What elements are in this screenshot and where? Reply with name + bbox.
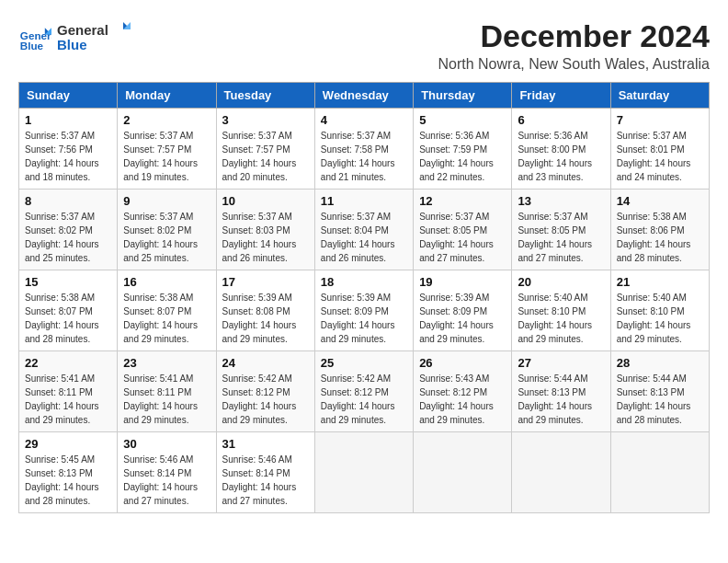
day-info: Sunrise: 5:37 AMSunset: 8:05 PMDaylight:… [419,210,506,265]
weekday-header-saturday: Saturday [610,83,709,109]
calendar-cell: 15Sunrise: 5:38 AMSunset: 8:07 PMDayligh… [19,270,118,351]
calendar-cell: 7Sunrise: 5:37 AMSunset: 8:01 PMDaylight… [610,109,709,190]
calendar-cell [610,432,709,513]
calendar-cell: 23Sunrise: 5:41 AMSunset: 8:11 PMDayligh… [118,351,216,432]
weekday-header-row: SundayMondayTuesdayWednesdayThursdayFrid… [19,83,710,109]
calendar-week-row: 29Sunrise: 5:45 AMSunset: 8:13 PMDayligh… [19,432,710,513]
day-number: 5 [419,113,506,127]
calendar-cell: 12Sunrise: 5:37 AMSunset: 8:05 PMDayligh… [414,190,512,270]
weekday-header-tuesday: Tuesday [216,83,314,109]
day-info: Sunrise: 5:42 AMSunset: 8:12 PMDaylight:… [321,372,407,427]
day-info: Sunrise: 5:36 AMSunset: 7:59 PMDaylight:… [419,129,506,184]
day-number: 22 [25,356,111,370]
svg-text:Blue: Blue [57,37,87,52]
calendar-cell: 21Sunrise: 5:40 AMSunset: 8:10 PMDayligh… [610,270,709,351]
day-info: Sunrise: 5:44 AMSunset: 8:13 PMDaylight:… [518,372,604,427]
day-number: 9 [123,194,210,208]
calendar-week-row: 8Sunrise: 5:37 AMSunset: 8:02 PMDaylight… [19,190,710,270]
calendar-week-row: 15Sunrise: 5:38 AMSunset: 8:07 PMDayligh… [19,270,710,351]
day-number: 17 [222,275,309,289]
calendar-cell: 13Sunrise: 5:37 AMSunset: 8:05 PMDayligh… [512,190,610,270]
day-info: Sunrise: 5:40 AMSunset: 8:10 PMDaylight:… [617,291,703,346]
calendar-cell [414,432,512,513]
calendar-cell: 6Sunrise: 5:36 AMSunset: 8:00 PMDaylight… [512,109,610,190]
day-info: Sunrise: 5:40 AMSunset: 8:10 PMDaylight:… [518,291,604,346]
day-number: 7 [617,113,703,127]
calendar-cell: 16Sunrise: 5:38 AMSunset: 8:07 PMDayligh… [118,270,216,351]
day-info: Sunrise: 5:37 AMSunset: 8:01 PMDaylight:… [617,129,703,184]
day-number: 14 [617,194,703,208]
location-title: North Nowra, New South Wales, Australia [438,56,710,73]
calendar-cell: 24Sunrise: 5:42 AMSunset: 8:12 PMDayligh… [216,351,314,432]
svg-text:General: General [57,22,108,38]
weekday-header-sunday: Sunday [19,83,118,109]
day-info: Sunrise: 5:39 AMSunset: 8:08 PMDaylight:… [222,291,309,346]
calendar-cell: 31Sunrise: 5:46 AMSunset: 8:14 PMDayligh… [216,432,314,513]
calendar-week-row: 22Sunrise: 5:41 AMSunset: 8:11 PMDayligh… [19,351,710,432]
calendar-cell: 14Sunrise: 5:38 AMSunset: 8:06 PMDayligh… [610,190,709,270]
day-info: Sunrise: 5:37 AMSunset: 8:05 PMDaylight:… [518,210,604,265]
day-info: Sunrise: 5:37 AMSunset: 8:02 PMDaylight:… [123,210,210,265]
calendar-cell: 30Sunrise: 5:46 AMSunset: 8:14 PMDayligh… [118,432,216,513]
day-number: 31 [222,437,309,451]
logo-wordmark: General Blue [57,18,131,57]
day-info: Sunrise: 5:37 AMSunset: 8:04 PMDaylight:… [321,210,407,265]
calendar-cell: 26Sunrise: 5:43 AMSunset: 8:12 PMDayligh… [414,351,512,432]
day-number: 15 [25,275,111,289]
calendar-cell: 19Sunrise: 5:39 AMSunset: 8:09 PMDayligh… [414,270,512,351]
day-info: Sunrise: 5:39 AMSunset: 8:09 PMDaylight:… [419,291,506,346]
calendar-cell: 29Sunrise: 5:45 AMSunset: 8:13 PMDayligh… [19,432,118,513]
calendar-cell: 18Sunrise: 5:39 AMSunset: 8:09 PMDayligh… [314,270,413,351]
day-info: Sunrise: 5:38 AMSunset: 8:07 PMDaylight:… [123,291,210,346]
day-info: Sunrise: 5:44 AMSunset: 8:13 PMDaylight:… [617,372,703,427]
day-number: 27 [518,356,604,370]
svg-text:Blue: Blue [20,40,44,52]
title-section: December 2024 North Nowra, New South Wal… [438,18,710,73]
calendar-table: SundayMondayTuesdayWednesdayThursdayFrid… [18,82,710,513]
calendar-cell [314,432,413,513]
day-number: 10 [222,194,309,208]
calendar-cell [512,432,610,513]
day-number: 25 [321,356,407,370]
calendar-cell: 1Sunrise: 5:37 AMSunset: 7:56 PMDaylight… [19,109,118,190]
day-number: 19 [419,275,506,289]
day-info: Sunrise: 5:37 AMSunset: 8:03 PMDaylight:… [222,210,309,265]
weekday-header-monday: Monday [118,83,216,109]
day-info: Sunrise: 5:42 AMSunset: 8:12 PMDaylight:… [222,372,309,427]
page-header: General Blue General Blue December 2024 … [18,18,710,73]
day-number: 8 [25,194,111,208]
day-number: 23 [123,356,210,370]
day-number: 11 [321,194,407,208]
calendar-cell: 9Sunrise: 5:37 AMSunset: 8:02 PMDaylight… [118,190,216,270]
day-info: Sunrise: 5:37 AMSunset: 7:57 PMDaylight:… [222,129,309,184]
calendar-cell: 25Sunrise: 5:42 AMSunset: 8:12 PMDayligh… [314,351,413,432]
day-number: 2 [123,113,210,127]
day-info: Sunrise: 5:36 AMSunset: 8:00 PMDaylight:… [518,129,604,184]
calendar-cell: 4Sunrise: 5:37 AMSunset: 7:58 PMDaylight… [314,109,413,190]
day-info: Sunrise: 5:37 AMSunset: 7:56 PMDaylight:… [25,129,111,184]
calendar-week-row: 1Sunrise: 5:37 AMSunset: 7:56 PMDaylight… [19,109,710,190]
logo-icon: General Blue [18,21,51,54]
day-number: 20 [518,275,604,289]
day-number: 21 [617,275,703,289]
day-number: 26 [419,356,506,370]
day-info: Sunrise: 5:45 AMSunset: 8:13 PMDaylight:… [25,453,111,508]
day-number: 24 [222,356,309,370]
calendar-cell: 22Sunrise: 5:41 AMSunset: 8:11 PMDayligh… [19,351,118,432]
calendar-cell: 2Sunrise: 5:37 AMSunset: 7:57 PMDaylight… [118,109,216,190]
day-number: 3 [222,113,309,127]
weekday-header-friday: Friday [512,83,610,109]
day-number: 29 [25,437,111,451]
month-title: December 2024 [438,18,710,54]
day-info: Sunrise: 5:43 AMSunset: 8:12 PMDaylight:… [419,372,506,427]
day-info: Sunrise: 5:39 AMSunset: 8:09 PMDaylight:… [321,291,407,346]
calendar-cell: 3Sunrise: 5:37 AMSunset: 7:57 PMDaylight… [216,109,314,190]
day-info: Sunrise: 5:37 AMSunset: 7:57 PMDaylight:… [123,129,210,184]
day-info: Sunrise: 5:37 AMSunset: 7:58 PMDaylight:… [321,129,407,184]
day-number: 1 [25,113,111,127]
day-number: 4 [321,113,407,127]
weekday-header-wednesday: Wednesday [314,83,413,109]
day-info: Sunrise: 5:41 AMSunset: 8:11 PMDaylight:… [123,372,210,427]
day-number: 18 [321,275,407,289]
weekday-header-thursday: Thursday [414,83,512,109]
